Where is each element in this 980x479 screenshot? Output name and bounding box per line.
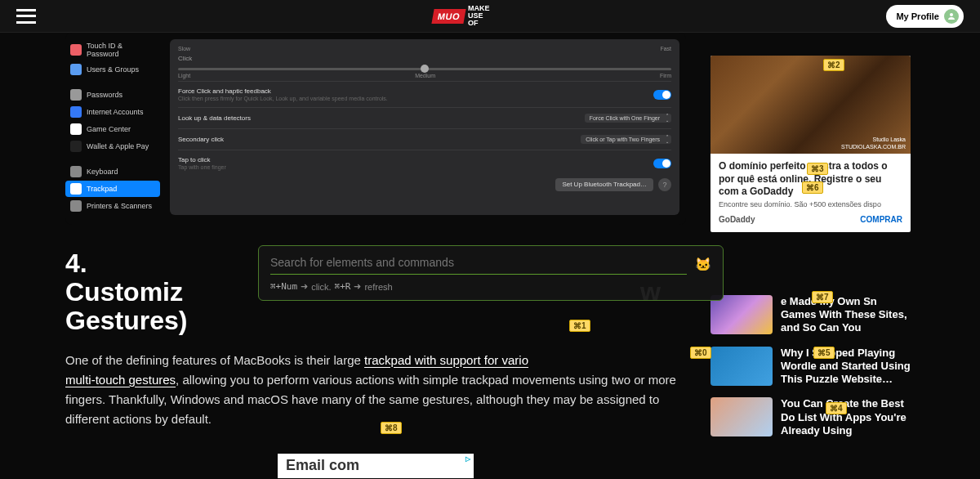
command-palette[interactable]: 🐱 ⌘+Num➜click. ⌘+R➜refresh (258, 245, 724, 301)
cat-icon: 🐱 (695, 257, 711, 272)
macos-sidebar-item[interactable]: Touch ID & Password (65, 39, 160, 60)
toggle[interactable] (653, 159, 671, 168)
logo-text: MAKEUSEOF (468, 5, 490, 27)
shortcut-tag: ⌘5 (813, 347, 835, 359)
macos-sidebar-item[interactable]: Passwords (65, 87, 160, 103)
trackpad-link[interactable]: trackpad with support for vario (364, 353, 528, 367)
trending-heading (710, 265, 911, 284)
shortcut-tag: ⌘0 (690, 347, 711, 359)
macos-sidebar-item[interactable]: Internet Accounts (65, 104, 160, 120)
command-input[interactable] (270, 254, 687, 275)
macos-sidebar-item[interactable]: Printers & Scanners (65, 198, 160, 214)
shortcut-tag: ⌘7 (812, 291, 833, 303)
lookup-select[interactable]: Force Click with One Finger (585, 114, 671, 123)
right-sidebar: Ad Studio LaskaSTUDIOLASKA.COM.BR O domí… (710, 33, 911, 479)
setup-bluetooth-button[interactable]: Set Up Bluetooth Trackpad… (555, 178, 653, 191)
site-logo[interactable]: MUO MAKEUSEOF (433, 5, 490, 27)
macos-sidebar-item[interactable]: Keyboard (65, 163, 160, 180)
profile-button[interactable]: My Profile (886, 5, 964, 28)
ad-cta-button[interactable]: COMPRAR (860, 215, 902, 224)
shortcut-tag: ⌘3 (807, 163, 828, 175)
trending-item[interactable]: Why I Stopped Playing Wordle and Started… (710, 347, 911, 387)
macos-panel: SlowFast Click LightMediumFirm Force Cli… (170, 39, 679, 215)
macos-sidebar-item[interactable]: Trackpad (65, 181, 160, 197)
svg-point-0 (950, 13, 953, 16)
sidebar-ad[interactable]: Ad Studio LaskaSTUDIOLASKA.COM.BR O domí… (710, 56, 911, 232)
ad-subtitle: Encontre seu domínio. São +500 extensões… (719, 200, 902, 208)
logo-badge: MUO (431, 9, 466, 24)
profile-label: My Profile (896, 11, 939, 21)
adchoices-icon[interactable]: ▷ (466, 455, 470, 463)
macos-sidebar-item[interactable]: Wallet & Apple Pay (65, 138, 160, 154)
command-hints: ⌘+Num➜click. ⌘+R➜refresh (270, 281, 711, 292)
article-paragraph: One of the defining features of MacBooks… (65, 351, 686, 429)
macos-sidebar: Touch ID & PasswordUsers & GroupsPasswor… (65, 39, 163, 215)
inline-ad[interactable]: Email com ▷ (278, 454, 474, 478)
shortcut-tag: ⌘8 (381, 422, 402, 434)
macos-sidebar-item[interactable]: Game Center (65, 121, 160, 137)
macos-screenshot: Touch ID & PasswordUsers & GroupsPasswor… (65, 33, 686, 225)
shortcut-tag: ⌘2 (823, 59, 844, 71)
macos-sidebar-item[interactable]: Users & Groups (65, 61, 160, 78)
trending-item[interactable]: e Made My Own Sn Games With These Sites,… (710, 295, 911, 335)
trending-item[interactable]: You Can Create the Best Do List With App… (710, 397, 911, 437)
ad-image: Studio LaskaSTUDIOLASKA.COM.BR (710, 56, 911, 154)
shortcut-tag: ⌘4 (826, 402, 847, 414)
menu-icon[interactable] (16, 9, 36, 24)
toggle[interactable] (653, 90, 671, 100)
ad-brand: GoDaddy (719, 215, 755, 224)
gestures-link[interactable]: multi-touch gestures (65, 373, 176, 387)
avatar-icon (944, 9, 959, 24)
secondary-select[interactable]: Click or Tap with Two Fingers (581, 135, 671, 144)
help-button[interactable]: ? (658, 178, 671, 191)
site-header: MUO MAKEUSEOF My Profile (0, 0, 980, 33)
shortcut-tag: ⌘1 (569, 320, 590, 332)
shortcut-tag: ⌘6 (802, 181, 823, 194)
